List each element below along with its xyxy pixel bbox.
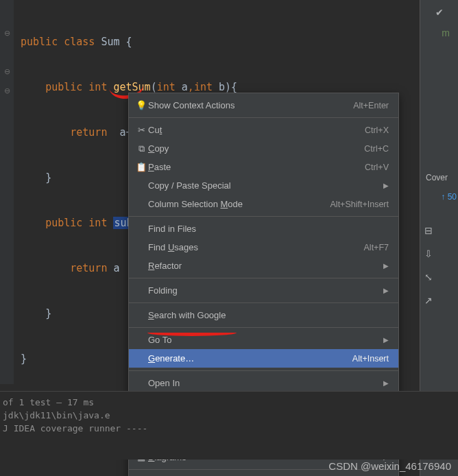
menu-separator [129, 216, 398, 217]
menu-label: Copy [148, 143, 364, 154]
menu-find-in-files[interactable]: Find in Files [129, 219, 398, 238]
menu-copy-paste-special[interactable]: Copy / Paste Special ▶ [129, 176, 398, 195]
menu-shortcut: Alt+Insert [352, 354, 389, 364]
submenu-arrow-icon: ▶ [383, 262, 389, 270]
paste-icon: 📋 [134, 162, 148, 172]
menu-copy[interactable]: ⧉ Copy Ctrl+C [129, 139, 398, 158]
coverage-value: ↑ 50 [441, 192, 457, 202]
menu-label: Paste [148, 162, 365, 172]
menu-label: Find Usages [148, 242, 364, 252]
menu-label: Cut [148, 125, 365, 135]
menu-label: Generate… [148, 353, 352, 364]
menu-separator [129, 117, 398, 118]
menu-separator [129, 370, 398, 371]
menu-goto[interactable]: Go To ▶ [129, 331, 398, 349]
bulb-icon: 💡 [134, 100, 148, 110]
tool-icon[interactable]: ⇩ [420, 246, 437, 262]
menu-separator [129, 278, 398, 278]
menu-open-in[interactable]: Open In ▶ [129, 374, 398, 392]
submenu-arrow-icon: ▶ [383, 182, 389, 189]
menu-shortcut: Alt+Enter [353, 101, 389, 110]
menu-label: Open In [148, 378, 376, 388]
console-line: J IDEA coverage runner ---- [3, 422, 455, 435]
menu-shortcut: Alt+F7 [364, 243, 389, 252]
menu-separator [129, 327, 398, 328]
menu-paste[interactable]: 📋 Paste Ctrl+V [129, 158, 398, 176]
tool-icon[interactable]: ⊟ [420, 222, 437, 239]
tool-icon[interactable]: ✔ [431, 4, 448, 21]
menu-generate[interactable]: Generate… Alt+Insert [129, 349, 398, 368]
menu-find-usages[interactable]: Find Usages Alt+F7 [129, 238, 398, 257]
menu-label: Refactor [148, 261, 376, 271]
editor-gutter: ⊖ ⊖ ⊖ [0, 0, 14, 384]
menu-label: Go To [148, 335, 376, 345]
watermark: CSDN @weixin_46176940 [328, 460, 451, 472]
menu-search-google[interactable]: Search with Google [129, 306, 398, 324]
menu-folding[interactable]: Folding ▶ [129, 281, 398, 300]
menu-create-gist[interactable]: Create Gist… [129, 473, 398, 476]
menu-shortcut: Alt+Shift+Insert [330, 200, 389, 209]
menu-label: Folding [148, 285, 376, 296]
menu-label: Find in Files [148, 224, 389, 234]
copy-icon: ⧉ [134, 143, 148, 154]
menu-label: Show Context Actions [148, 100, 353, 110]
submenu-arrow-icon: ▶ [383, 379, 389, 387]
submenu-arrow-icon: ▶ [383, 287, 389, 294]
tool-icon[interactable]: ⤡ [420, 269, 437, 285]
menu-label: Copy / Paste Special [148, 180, 376, 191]
menu-refactor[interactable]: Refactor ▶ [129, 257, 398, 275]
code-line: public class Sum { [0, 34, 458, 49]
test-summary: of 1 test – 17 ms [3, 396, 455, 409]
menu-show-context-actions[interactable]: 💡 Show Context Actions Alt+Enter [129, 96, 398, 115]
console-line: jdk\jdk11\bin\java.e [3, 409, 455, 422]
menu-separator [129, 302, 398, 303]
menu-shortcut: Ctrl+C [364, 144, 389, 154]
menu-label: Search with Google [148, 310, 389, 320]
coverage-label: Cover [426, 173, 448, 182]
scissors-icon: ✂ [134, 125, 148, 135]
submenu-arrow-icon: ▶ [383, 336, 389, 344]
menu-column-selection[interactable]: Column Selection Mode Alt+Shift+Insert [129, 195, 398, 213]
menu-shortcut: Ctrl+V [365, 163, 389, 172]
menu-shortcut: Ctrl+X [365, 126, 389, 135]
tool-icon[interactable]: ↗ [420, 292, 437, 309]
tool-icon[interactable]: m [437, 25, 454, 41]
run-panel: of 1 test – 17 ms jdk\jdk11\bin\java.e J… [0, 391, 458, 460]
menu-cut[interactable]: ✂ Cut Ctrl+X [129, 121, 398, 139]
menu-label: Column Selection Mode [148, 199, 330, 209]
